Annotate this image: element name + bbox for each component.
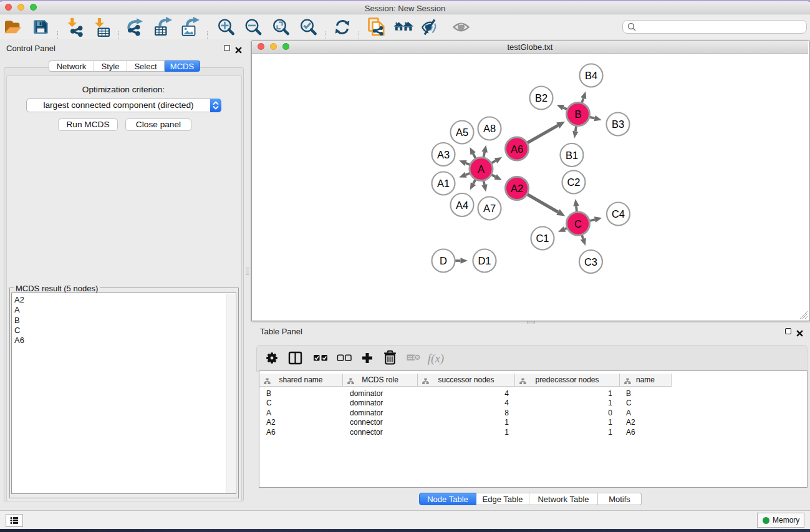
svg-text:B: B [574, 109, 581, 120]
svg-text:A4: A4 [456, 200, 468, 211]
svg-text:A8: A8 [483, 123, 496, 134]
svg-text:A: A [478, 163, 485, 175]
svg-text:C4: C4 [612, 208, 625, 220]
svg-text:A2: A2 [511, 183, 523, 194]
svg-text:D1: D1 [478, 255, 491, 266]
svg-text:A1: A1 [437, 178, 450, 189]
svg-text:C2: C2 [567, 177, 580, 188]
svg-text:B3: B3 [612, 118, 624, 130]
svg-text:C: C [574, 218, 582, 230]
svg-text:C1: C1 [536, 233, 549, 244]
svg-text:A6: A6 [511, 143, 523, 155]
svg-text:B2: B2 [535, 92, 547, 104]
svg-text:A7: A7 [483, 203, 496, 214]
svg-text:A3: A3 [437, 149, 450, 160]
svg-text:C3: C3 [584, 256, 597, 268]
svg-text:A5: A5 [456, 127, 468, 138]
svg-text:D: D [440, 255, 447, 266]
svg-text:B1: B1 [566, 150, 578, 161]
svg-text:f(x): f(x) [428, 352, 444, 365]
svg-text:B4: B4 [585, 70, 597, 81]
